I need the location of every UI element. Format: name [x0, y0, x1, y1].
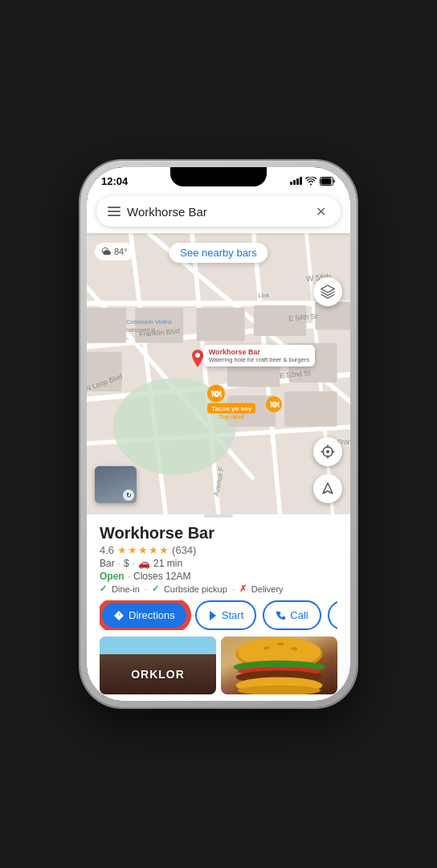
services-row: ✓ Dine-in · ✓ Curbside pickup · ✗ Delive… — [100, 583, 337, 594]
weather-icon: 🌥 — [101, 246, 111, 257]
svg-rect-3 — [108, 211, 120, 212]
separator-3: · — [128, 571, 130, 582]
call-icon — [276, 610, 286, 620]
wifi-icon — [305, 177, 317, 186]
street-view-thumbnail[interactable]: ↻ — [95, 466, 137, 503]
building-sign-text: ORKLOR — [131, 668, 185, 681]
svg-rect-25 — [284, 391, 337, 427]
taco-icon-2: 🍽 — [266, 396, 282, 412]
delivery-x: ✗ — [239, 583, 247, 594]
place-panel: Workhorse Bar 4.6 ★ ★ ★ ★ ★ (634) Bar · — [87, 514, 350, 701]
svg-point-39 — [326, 450, 329, 453]
review-count: (634) — [172, 544, 196, 556]
service-dot-1: · — [145, 584, 147, 594]
tacos-map-marker[interactable]: 🍽 Tacos yo soy Top rated — [207, 385, 255, 420]
svg-rect-4 — [108, 215, 120, 216]
burger-photo[interactable] — [221, 637, 337, 694]
notch — [170, 167, 267, 186]
svg-text:Cossmann Violins: Cossmann Violins — [126, 319, 172, 326]
building-photo[interactable]: ORKLOR — [100, 637, 216, 694]
layer-button[interactable] — [313, 277, 342, 306]
star-rating: ★ ★ ★ ★ ★ — [117, 544, 169, 556]
directions-label: Directions — [129, 609, 175, 621]
weather-chip: 🌥 84° — [95, 243, 134, 260]
save-button[interactable]: Sav — [328, 600, 337, 630]
category: Bar — [100, 558, 115, 569]
thumbnail-image: ↻ — [95, 466, 137, 503]
drive-time: 21 min — [153, 558, 182, 569]
svg-rect-21 — [315, 301, 350, 330]
price: $ — [124, 558, 129, 569]
delivery-label: Delivery — [251, 584, 284, 594]
curbside-check: ✓ — [152, 583, 159, 594]
status-icons — [290, 177, 336, 186]
tacos-map-marker-2[interactable]: 🍽 — [266, 396, 282, 412]
directions-button[interactable]: Directions — [100, 600, 189, 630]
workhorse-map-marker[interactable]: Workhorse Bar Watering hole for craft be… — [190, 350, 205, 371]
map-area[interactable]: W 55th E 54th St E 52nd St Front Avenue … — [87, 233, 350, 514]
svg-point-37 — [195, 353, 200, 358]
closes-time: Closes 12AM — [133, 571, 190, 582]
signal-icon — [290, 177, 302, 185]
svg-rect-2 — [108, 207, 120, 208]
svg-point-47 — [277, 642, 284, 645]
search-bar-container: Workhorse Bar ✕ — [87, 190, 350, 233]
svg-rect-1 — [321, 178, 332, 184]
layers-icon — [321, 285, 335, 299]
call-button[interactable]: Call — [263, 600, 321, 630]
dine-in-check: ✓ — [100, 583, 107, 594]
workhorse-callout: Workhorse Bar Watering hole for craft be… — [203, 345, 315, 366]
drive-icon: 🚗 — [138, 558, 150, 569]
locate-button[interactable] — [313, 437, 342, 466]
screen: 12:04 — [87, 167, 350, 701]
building-image: ORKLOR — [100, 637, 216, 694]
service-dot-2: · — [232, 584, 235, 594]
close-button[interactable]: ✕ — [312, 203, 329, 220]
start-icon — [208, 610, 218, 621]
phone-frame: 12:04 — [80, 161, 357, 707]
action-buttons-row: Directions Start Call — [100, 600, 337, 630]
search-bar[interactable]: Workhorse Bar ✕ — [96, 196, 341, 227]
tacos-callout: Tacos yo soy — [207, 403, 255, 414]
navigate-icon — [321, 482, 334, 495]
rating-number: 4.6 — [100, 544, 114, 556]
nearby-bars-label: See nearby bars — [180, 247, 256, 259]
tacos-sub: Top rated — [207, 414, 255, 420]
open-status: Open — [100, 571, 125, 582]
star-2: ★ — [128, 544, 137, 556]
temperature: 84° — [114, 247, 128, 256]
dine-in-label: Dine-in — [112, 584, 140, 594]
svg-rect-19 — [197, 308, 245, 342]
burger-image — [221, 637, 337, 694]
star-half: ★ — [159, 544, 169, 556]
status-time: 12:04 — [101, 175, 128, 187]
info-row: Bar · $ · 🚗 21 min — [100, 558, 337, 569]
drag-handle[interactable] — [204, 514, 233, 518]
menu-icon — [108, 207, 120, 216]
star-1: ★ — [117, 544, 127, 556]
phone-inner: 12:04 — [87, 167, 350, 701]
start-button[interactable]: Start — [195, 600, 256, 630]
photo-strip[interactable]: ORKLOR — [100, 637, 337, 694]
rating-row: 4.6 ★ ★ ★ ★ ★ (634) — [100, 544, 337, 556]
battery-icon — [320, 177, 336, 186]
star-3: ★ — [138, 544, 148, 556]
separator-1: · — [118, 558, 120, 569]
place-name: Workhorse Bar — [100, 524, 337, 542]
directions-icon — [113, 610, 125, 621]
svg-text:Link: Link — [258, 292, 269, 299]
separator-2: · — [133, 558, 135, 569]
taco-icon: 🍽 — [207, 385, 225, 403]
refresh-icon: ↻ — [123, 489, 134, 501]
star-4: ★ — [149, 544, 158, 556]
curbside-label: Curbside pickup — [164, 584, 227, 594]
svg-text:nstrument st: nstrument st — [126, 327, 155, 333]
start-label: Start — [222, 609, 243, 621]
svg-rect-17 — [87, 308, 126, 343]
call-label: Call — [290, 609, 308, 621]
hours-row: Open · Closes 12AM — [100, 571, 337, 582]
search-bar-left: Workhorse Bar — [108, 205, 207, 219]
navigation-button[interactable] — [313, 474, 342, 503]
locate-icon — [321, 444, 335, 459]
nearby-bars-chip[interactable]: See nearby bars — [169, 243, 268, 263]
